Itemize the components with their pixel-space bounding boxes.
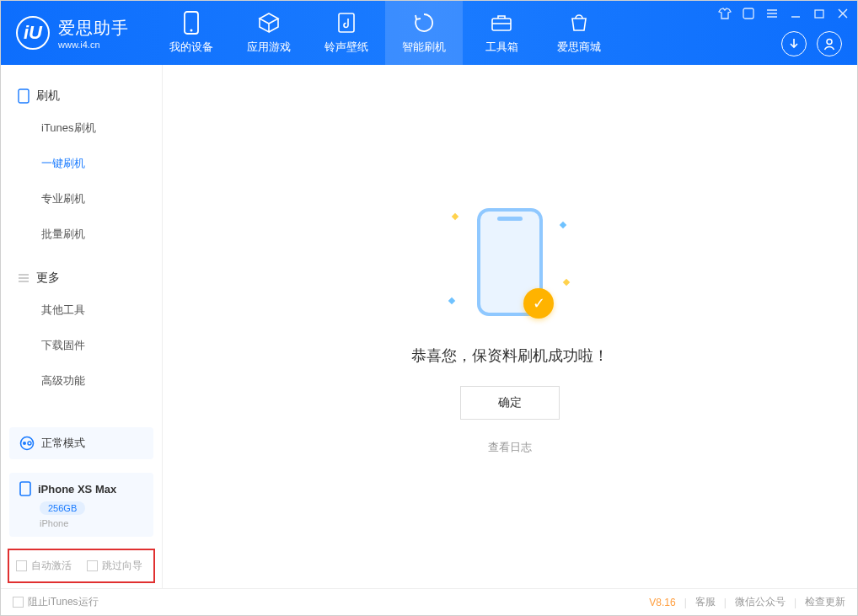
main-content: ✓ 恭喜您，保资料刷机成功啦！ 确定 查看日志 — [163, 65, 857, 588]
svg-rect-2 — [339, 13, 354, 32]
app-url: www.i4.cn — [58, 40, 129, 50]
list-icon — [18, 273, 29, 283]
sidebar-group-more: 更多 — [1, 264, 162, 292]
checkbox-skip-guide[interactable]: 跳过向导 — [87, 559, 142, 573]
nav-tab-flash[interactable]: 智能刷机 — [385, 1, 463, 65]
sidebar-group-title: 更多 — [36, 271, 60, 286]
checkbox-label: 阻止iTunes运行 — [28, 595, 99, 609]
mode-icon — [19, 436, 35, 451]
menu-icon[interactable] — [764, 6, 780, 21]
checkbox-icon — [16, 560, 27, 571]
device-name: iPhone XS Max — [38, 483, 116, 495]
device-icon — [19, 481, 31, 496]
svg-rect-3 — [492, 19, 511, 30]
sidebar-group-flash: 刷机 — [1, 82, 162, 110]
device-mode-label: 正常模式 — [41, 436, 85, 451]
device-mode-box[interactable]: 正常模式 — [9, 427, 153, 459]
logo-area: iU 爱思助手 www.i4.cn — [1, 16, 144, 50]
tshirt-icon[interactable] — [717, 6, 732, 21]
flash-options-row: 自动激活 跳过向导 — [8, 549, 155, 583]
checkbox-auto-activate[interactable]: 自动激活 — [16, 559, 72, 573]
checkbox-icon — [87, 560, 98, 571]
ok-button[interactable]: 确定 — [460, 386, 560, 420]
window-controls — [717, 6, 850, 21]
spark-icon — [448, 297, 455, 303]
check-badge-icon: ✓ — [523, 288, 554, 319]
logo-icon: iU — [16, 16, 50, 50]
app-name: 爱思助手 — [58, 17, 129, 40]
cube-icon — [257, 11, 281, 35]
sidebar-item-itunes-flash[interactable]: iTunes刷机 — [1, 110, 162, 146]
checkbox-label: 自动激活 — [31, 559, 72, 573]
feedback-icon[interactable] — [741, 6, 756, 21]
spark-icon — [560, 221, 566, 228]
titlebar: iU 爱思助手 www.i4.cn 我的设备 应用游戏 铃声壁纸 智能刷机 — [1, 1, 857, 65]
logo-text: 爱思助手 www.i4.cn — [58, 17, 129, 50]
success-illustration: ✓ — [426, 199, 594, 325]
footer: 阻止iTunes运行 V8.16 | 客服 | 微信公众号 | 检查更新 — [1, 588, 857, 615]
sidebar-item-other-tools[interactable]: 其他工具 — [1, 292, 162, 328]
app-window: iU 爱思助手 www.i4.cn 我的设备 应用游戏 铃声壁纸 智能刷机 — [0, 0, 858, 616]
footer-link-update[interactable]: 检查更新 — [805, 595, 845, 609]
nav-tab-my-device[interactable]: 我的设备 — [153, 1, 230, 65]
sidebar-item-batch-flash[interactable]: 批量刷机 — [1, 217, 162, 252]
device-type: iPhone — [40, 518, 143, 528]
separator: | — [684, 597, 687, 608]
device-icon — [180, 11, 203, 35]
nav-tab-label: 我的设备 — [169, 40, 213, 55]
sidebar-group-title: 刷机 — [36, 88, 60, 104]
separator: | — [794, 597, 796, 608]
svg-point-19 — [23, 442, 26, 445]
checkbox-icon — [13, 597, 24, 608]
user-button[interactable] — [817, 31, 842, 56]
view-log-link[interactable]: 查看日志 — [488, 440, 532, 455]
nav-tab-apps[interactable]: 应用游戏 — [230, 1, 308, 65]
nav-tab-label: 爱思商城 — [557, 40, 601, 55]
body-area: 刷机 iTunes刷机 一键刷机 专业刷机 批量刷机 更多 其他工具 下载固件 … — [1, 65, 857, 588]
music-file-icon — [335, 11, 358, 35]
nav-tab-label: 应用游戏 — [247, 40, 291, 55]
sidebar-item-download-firmware[interactable]: 下载固件 — [1, 328, 162, 363]
svg-point-1 — [190, 29, 193, 32]
device-storage-badge: 256GB — [40, 501, 85, 515]
sidebar-item-pro-flash[interactable]: 专业刷机 — [1, 181, 162, 217]
toolbox-icon — [490, 11, 513, 35]
spark-icon — [452, 212, 458, 219]
nav-tab-store[interactable]: 爱思商城 — [540, 1, 618, 65]
bag-icon — [567, 11, 591, 35]
footer-link-wechat[interactable]: 微信公众号 — [735, 595, 786, 609]
close-icon[interactable] — [835, 6, 850, 21]
sidebar-scroll: 刷机 iTunes刷机 一键刷机 专业刷机 批量刷机 更多 其他工具 下载固件 … — [1, 65, 162, 420]
svg-point-13 — [827, 40, 832, 45]
minimize-icon[interactable] — [788, 6, 803, 21]
sidebar-item-oneclick-flash[interactable]: 一键刷机 — [1, 146, 162, 181]
sidebar-item-advanced[interactable]: 高级功能 — [1, 363, 162, 399]
nav-tab-label: 智能刷机 — [402, 40, 446, 55]
success-title: 恭喜您，保资料刷机成功啦！ — [411, 345, 609, 366]
download-button[interactable] — [781, 31, 807, 56]
checkbox-block-itunes[interactable]: 阻止iTunes运行 — [13, 595, 99, 609]
nav-tab-toolbox[interactable]: 工具箱 — [463, 1, 540, 65]
svg-rect-10 — [815, 10, 823, 18]
svg-rect-21 — [20, 482, 30, 495]
refresh-shield-icon — [412, 11, 436, 35]
sidebar: 刷机 iTunes刷机 一键刷机 专业刷机 批量刷机 更多 其他工具 下载固件 … — [1, 65, 163, 588]
nav-tabs: 我的设备 应用游戏 铃声壁纸 智能刷机 工具箱 爱思商城 — [153, 1, 618, 65]
nav-tab-label: 工具箱 — [485, 40, 518, 55]
svg-point-20 — [28, 442, 31, 445]
device-info-box[interactable]: iPhone XS Max 256GB iPhone — [9, 473, 153, 537]
checkbox-label: 跳过向导 — [102, 559, 142, 573]
nav-tab-label: 铃声壁纸 — [324, 40, 368, 55]
nav-tab-ringtones[interactable]: 铃声壁纸 — [308, 1, 385, 65]
separator: | — [724, 597, 727, 608]
footer-link-support[interactable]: 客服 — [695, 595, 716, 609]
header-right-buttons — [781, 31, 842, 56]
version-label: V8.16 — [649, 597, 675, 608]
maximize-icon[interactable] — [812, 6, 827, 21]
svg-rect-5 — [743, 8, 753, 19]
spark-icon — [563, 278, 570, 285]
phone-icon — [18, 88, 29, 104]
svg-rect-14 — [19, 89, 29, 103]
